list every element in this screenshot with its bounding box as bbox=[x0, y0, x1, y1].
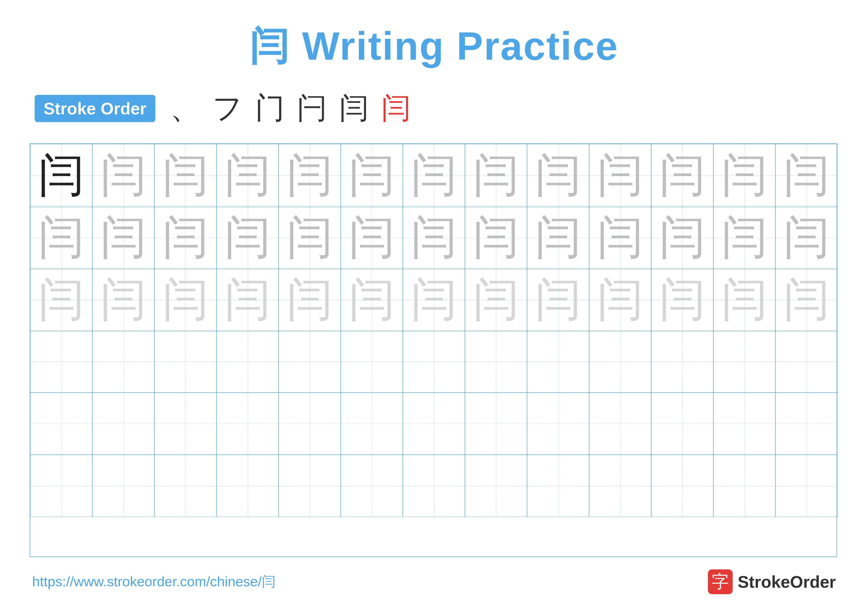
grid-cell[interactable] bbox=[154, 330, 217, 393]
practice-char: 闫 bbox=[535, 269, 581, 331]
grid-cell[interactable] bbox=[92, 330, 154, 393]
grid-cell[interactable] bbox=[217, 455, 279, 517]
grid-cell[interactable] bbox=[713, 455, 775, 517]
grid-cell[interactable]: 闫 bbox=[217, 268, 279, 332]
practice-char: 闫 bbox=[783, 144, 830, 207]
grid-cell[interactable] bbox=[403, 330, 465, 393]
practice-char: 闫 bbox=[38, 206, 85, 269]
grid-cell[interactable]: 闫 bbox=[775, 206, 837, 269]
grid-cell[interactable]: 闫 bbox=[92, 144, 154, 207]
footer-url[interactable]: https://www.strokeorder.com/chinese/闫 bbox=[32, 572, 276, 591]
grid-cell[interactable]: 闫 bbox=[279, 144, 341, 207]
grid-cell[interactable]: 闫 bbox=[341, 206, 403, 269]
grid-cell[interactable] bbox=[92, 455, 154, 517]
grid-cell[interactable] bbox=[465, 330, 527, 393]
stroke-step-3: 门 bbox=[255, 88, 285, 129]
grid-cell[interactable]: 闫 bbox=[589, 268, 651, 332]
grid-cell[interactable]: 闫 bbox=[30, 144, 92, 207]
grid-cell[interactable] bbox=[279, 330, 341, 393]
practice-char: 闫 bbox=[287, 206, 333, 269]
practice-char: 闫 bbox=[535, 206, 581, 269]
grid-cell[interactable] bbox=[465, 393, 527, 455]
grid-cell[interactable]: 闫 bbox=[217, 206, 279, 269]
practice-char: 闫 bbox=[659, 269, 706, 331]
page: 闫 Writing Practice Stroke Order 、 フ 门 闩 … bbox=[0, 0, 868, 614]
stroke-step-5: 闫 bbox=[339, 88, 369, 129]
grid-cell[interactable] bbox=[651, 330, 713, 393]
grid-cell[interactable] bbox=[651, 393, 713, 455]
stroke-sequence: 、 フ 门 闩 闫 闫 bbox=[170, 88, 411, 129]
grid-cell[interactable]: 闫 bbox=[341, 268, 403, 332]
grid-cell[interactable] bbox=[589, 393, 651, 455]
grid-cell[interactable] bbox=[465, 455, 527, 517]
grid-cell[interactable]: 闫 bbox=[465, 268, 527, 332]
practice-char: 闫 bbox=[100, 269, 147, 331]
grid-cell[interactable]: 闫 bbox=[465, 206, 527, 269]
grid-cell[interactable] bbox=[154, 393, 217, 455]
practice-char: 闫 bbox=[287, 269, 333, 331]
grid-cell[interactable] bbox=[713, 330, 775, 393]
grid-cell[interactable]: 闫 bbox=[217, 144, 279, 207]
grid-cell[interactable] bbox=[217, 393, 279, 455]
grid-cell[interactable]: 闫 bbox=[341, 144, 403, 207]
grid-cell[interactable] bbox=[279, 393, 341, 455]
practice-char: 闫 bbox=[411, 269, 457, 331]
grid-cell[interactable]: 闫 bbox=[527, 206, 589, 269]
grid-cell[interactable] bbox=[341, 393, 403, 455]
practice-char: 闫 bbox=[349, 144, 395, 207]
grid-cell[interactable]: 闫 bbox=[465, 144, 527, 207]
grid-cell[interactable] bbox=[341, 330, 403, 393]
grid-cell[interactable] bbox=[527, 455, 589, 517]
grid-cell[interactable] bbox=[589, 330, 651, 393]
grid-cell[interactable] bbox=[651, 455, 713, 517]
stroke-step-1: 、 bbox=[170, 88, 200, 129]
grid-cell[interactable]: 闫 bbox=[154, 268, 217, 332]
grid-cell[interactable]: 闫 bbox=[279, 268, 341, 332]
grid-cell[interactable]: 闫 bbox=[651, 206, 713, 269]
grid-cell[interactable]: 闫 bbox=[154, 144, 217, 207]
grid-cell[interactable] bbox=[30, 330, 92, 393]
grid-cell[interactable]: 闫 bbox=[92, 268, 154, 332]
grid-cell[interactable]: 闫 bbox=[30, 268, 92, 332]
grid-cell[interactable] bbox=[92, 393, 154, 455]
grid-cell[interactable] bbox=[713, 393, 775, 455]
grid-cell[interactable] bbox=[527, 330, 589, 393]
grid-cell[interactable]: 闫 bbox=[403, 268, 465, 332]
grid-cell[interactable] bbox=[775, 393, 837, 455]
grid-cell[interactable] bbox=[30, 393, 92, 455]
stroke-step-2: フ bbox=[212, 88, 243, 129]
grid-cell[interactable]: 闫 bbox=[527, 144, 589, 207]
practice-char: 闫 bbox=[162, 269, 209, 331]
grid-cell[interactable] bbox=[403, 455, 465, 517]
grid-cell[interactable]: 闫 bbox=[589, 206, 651, 269]
grid-cell[interactable] bbox=[279, 455, 341, 517]
grid-cell[interactable] bbox=[403, 393, 465, 455]
grid-cell[interactable] bbox=[775, 455, 837, 517]
grid-cell[interactable] bbox=[589, 455, 651, 517]
grid-cell[interactable]: 闫 bbox=[403, 144, 465, 207]
grid-cell[interactable]: 闫 bbox=[775, 144, 837, 207]
grid-cell[interactable]: 闫 bbox=[30, 206, 92, 269]
practice-char: 闫 bbox=[349, 269, 395, 331]
grid-cell[interactable] bbox=[217, 330, 279, 393]
grid-cell[interactable] bbox=[154, 455, 217, 517]
grid-cell[interactable]: 闫 bbox=[92, 206, 154, 269]
grid-cell[interactable] bbox=[30, 455, 92, 517]
grid-cell[interactable]: 闫 bbox=[279, 206, 341, 269]
grid-cell[interactable]: 闫 bbox=[713, 206, 775, 269]
grid-cell[interactable] bbox=[775, 330, 837, 393]
grid-cell[interactable]: 闫 bbox=[651, 144, 713, 207]
grid-cell[interactable]: 闫 bbox=[713, 268, 775, 332]
grid-cell[interactable]: 闫 bbox=[713, 144, 775, 207]
grid-cell[interactable]: 闫 bbox=[589, 144, 651, 207]
grid-cell[interactable]: 闫 bbox=[154, 206, 217, 269]
practice-char: 闫 bbox=[225, 269, 271, 331]
grid-cell[interactable]: 闫 bbox=[527, 268, 589, 332]
grid-cell[interactable]: 闫 bbox=[403, 206, 465, 269]
grid-cell[interactable]: 闫 bbox=[651, 268, 713, 332]
grid-cell[interactable] bbox=[527, 393, 589, 455]
grid-cell[interactable] bbox=[341, 455, 403, 517]
practice-char: 闫 bbox=[597, 144, 643, 207]
grid-cell[interactable]: 闫 bbox=[775, 268, 837, 332]
practice-char: 闫 bbox=[225, 206, 271, 269]
